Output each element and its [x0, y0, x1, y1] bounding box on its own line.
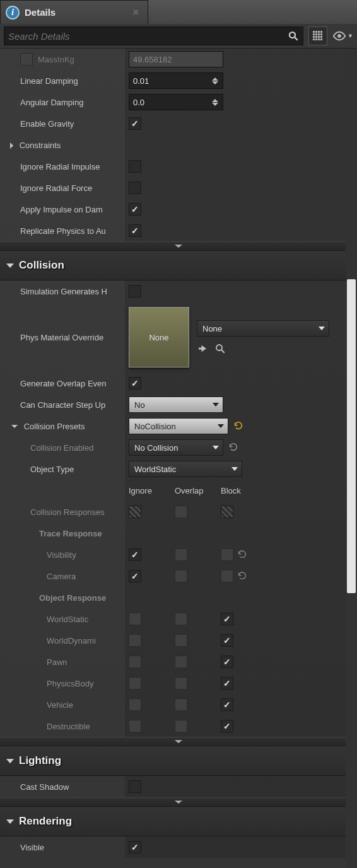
channel-ignore-checkbox[interactable]: [129, 634, 141, 647]
row-collision-responses: Collision Responses: [0, 501, 357, 523]
collision-presets-dropdown[interactable]: NoCollision: [129, 418, 228, 434]
expand-arrow-icon[interactable]: [10, 142, 13, 149]
svg-line-1: [295, 37, 298, 40]
row-constraints[interactable]: Constraints: [0, 134, 357, 156]
channel-block-checkbox[interactable]: [221, 720, 233, 732]
grid-icon: [313, 31, 323, 41]
col-overlap: Overlap: [175, 486, 204, 495]
spinner-icon[interactable]: [209, 96, 221, 108]
scrollbar-thumb[interactable]: [347, 279, 356, 593]
reset-to-default-icon[interactable]: [228, 443, 238, 453]
lighting-title: Lighting: [19, 755, 61, 767]
channel-ignore-checkbox[interactable]: [129, 698, 141, 711]
channel-block-checkbox[interactable]: [221, 656, 233, 668]
details-body: MassInKg 49.658182 Linear Damping 0.01 A…: [0, 49, 357, 868]
search-icon[interactable]: [288, 30, 299, 42]
label-generate-overlap: Generate Overlap Even: [20, 379, 107, 388]
channel-overlap-checkbox[interactable]: [175, 656, 187, 668]
channel-ignore-checkbox[interactable]: [129, 613, 141, 625]
scrollbar-track[interactable]: [346, 49, 357, 868]
channel-block-checkbox[interactable]: [221, 698, 233, 711]
rendering-title: Rendering: [19, 815, 72, 828]
collision-responses-ignore-checkbox[interactable]: [129, 506, 141, 518]
col-ignore: Ignore: [129, 486, 152, 495]
channel-ignore-checkbox[interactable]: [129, 677, 141, 690]
visibility-overlap-checkbox[interactable]: [175, 548, 187, 561]
channel-ignore-checkbox[interactable]: [129, 656, 141, 668]
visibility-ignore-checkbox[interactable]: [129, 548, 141, 561]
sim-generates-hits-checkbox[interactable]: [129, 285, 141, 298]
camera-ignore-checkbox[interactable]: [129, 570, 141, 582]
svg-point-0: [290, 32, 295, 38]
channel-overlap-checkbox[interactable]: [175, 698, 187, 711]
use-selected-asset-icon[interactable]: [197, 343, 208, 354]
channel-ignore-checkbox[interactable]: [129, 720, 141, 732]
linear-damping-input[interactable]: 0.01: [129, 72, 223, 89]
collision-title: Collision: [19, 259, 64, 272]
reset-to-default-icon[interactable]: [237, 550, 247, 560]
generate-overlap-checkbox[interactable]: [129, 377, 141, 390]
search-input[interactable]: [8, 31, 288, 42]
phys-material-dropdown[interactable]: None: [197, 320, 329, 337]
expand-arrow-icon[interactable]: [11, 425, 18, 428]
channel-overlap-checkbox[interactable]: [175, 677, 187, 690]
close-icon[interactable]: ×: [133, 7, 139, 18]
ignore-radial-impulse-checkbox[interactable]: [129, 160, 141, 173]
replicate-physics-checkbox[interactable]: [129, 224, 141, 237]
label-angular-damping: Angular Damping: [20, 98, 83, 107]
reset-to-default-icon[interactable]: [237, 571, 247, 581]
tab-details[interactable]: i Details ×: [0, 0, 148, 24]
section-header-collision[interactable]: Collision: [0, 250, 357, 281]
visible-checkbox[interactable]: [129, 841, 141, 854]
phys-material-thumbnail[interactable]: None: [129, 307, 189, 367]
reset-to-default-icon[interactable]: [233, 421, 243, 431]
svg-point-2: [337, 34, 341, 38]
camera-block-checkbox[interactable]: [221, 570, 233, 582]
label-object-response: Object Response: [39, 593, 106, 603]
channel-block-checkbox[interactable]: [221, 677, 233, 690]
collapse-bar-physics[interactable]: [0, 241, 357, 250]
collapse-bar-collision[interactable]: [0, 737, 357, 746]
section-header-rendering[interactable]: Rendering: [0, 806, 357, 836]
visibility-block-checkbox[interactable]: [221, 548, 233, 561]
label-mass: MassInKg: [38, 55, 74, 64]
can-step-dropdown[interactable]: No: [129, 396, 223, 413]
search-box[interactable]: [4, 26, 303, 45]
cast-shadow-checkbox[interactable]: [129, 780, 141, 793]
row-channel-vehicle: Vehicle: [0, 694, 357, 715]
camera-overlap-checkbox[interactable]: [175, 570, 187, 582]
apply-impulse-checkbox[interactable]: [129, 203, 141, 216]
property-matrix-button[interactable]: [308, 26, 327, 45]
row-can-character-step: Can Character Step Up No: [0, 394, 357, 415]
collision-enabled-dropdown[interactable]: No Collision: [129, 439, 223, 456]
collision-responses-overlap-checkbox[interactable]: [175, 506, 187, 518]
object-type-dropdown[interactable]: WorldStatic: [129, 461, 242, 477]
row-mass: MassInKg 49.658182: [0, 49, 357, 70]
channel-overlap-checkbox[interactable]: [175, 634, 187, 647]
section-header-lighting[interactable]: Lighting: [0, 746, 357, 776]
label-visible: Visible: [20, 843, 44, 852]
row-collision-enabled: Collision Enabled No Collision: [0, 437, 357, 458]
row-channel-physicsbody: PhysicsBody: [0, 673, 357, 694]
channel-overlap-checkbox[interactable]: [175, 613, 187, 625]
channel-overlap-checkbox[interactable]: [175, 720, 187, 732]
collapse-bar-lighting[interactable]: [0, 797, 357, 806]
angular-damping-input[interactable]: 0.0: [129, 94, 223, 110]
enable-gravity-checkbox[interactable]: [129, 117, 141, 130]
chevron-down-icon: [6, 819, 14, 824]
collision-responses-block-checkbox[interactable]: [221, 506, 233, 518]
mass-value-input[interactable]: 49.658182: [129, 51, 223, 67]
spinner-icon[interactable]: [209, 75, 221, 86]
ignore-radial-force-checkbox[interactable]: [129, 182, 141, 194]
mass-override-checkbox[interactable]: [20, 53, 33, 66]
label-camera: Camera: [47, 572, 76, 581]
row-object-type: Object Type WorldStatic: [0, 458, 357, 480]
label-constraints: Constraints: [20, 141, 61, 150]
label-cast-shadow: Cast Shadow: [20, 782, 69, 792]
channel-block-checkbox[interactable]: [221, 613, 233, 625]
row-ignore-radial-force: Ignore Radial Force: [0, 177, 357, 199]
label-visibility: Visibility: [47, 550, 76, 560]
view-options-dropdown[interactable]: ▼: [332, 29, 353, 43]
browse-asset-icon[interactable]: [214, 343, 226, 354]
channel-block-checkbox[interactable]: [221, 634, 233, 647]
